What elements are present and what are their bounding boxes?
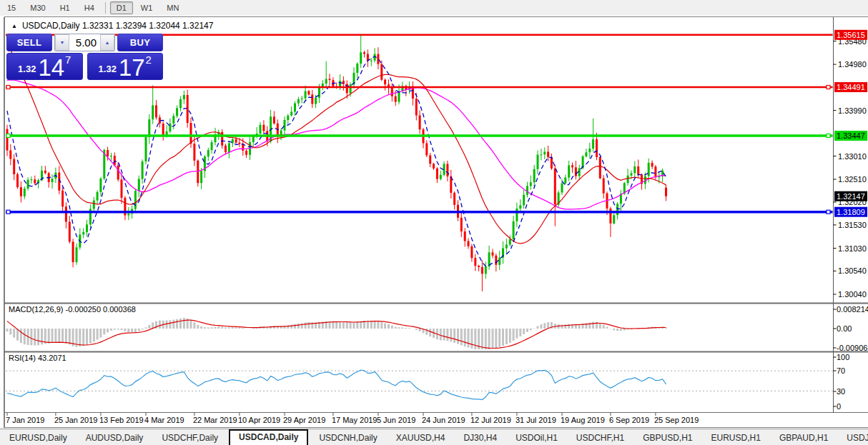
tf-button-h4[interactable]: H4 [78, 1, 101, 14]
date-axis-label: 29 Apr 2019 [283, 416, 325, 424]
chart-tab-xauusd-h4[interactable]: XAUUSD,H4 [387, 431, 455, 445]
rsi-label: RSI(14) 43.2071 [9, 354, 66, 362]
volume-stepper: ▼ 5.00 ▲ [54, 34, 115, 51]
sell-price-box[interactable]: 1.32 14 7 [6, 53, 83, 80]
date-axis-label: 25 Sep 2019 [654, 416, 699, 424]
tf-button-15[interactable]: 15 [1, 1, 22, 14]
date-axis-label: 31 Jul 2019 [516, 416, 556, 424]
buy-price-prefix: 1.32 [99, 64, 117, 74]
axis-label: 1.33990 [838, 106, 867, 115]
sell-price-prefix: 1.32 [18, 64, 36, 74]
chart-tab-eurusd-daily[interactable]: EURUSD,Daily [0, 431, 77, 445]
hline-anchor[interactable] [827, 86, 830, 89]
chart-tab-usdoil-h1[interactable]: USDOil,H1 [506, 431, 567, 445]
price-badge-label: 1.34491 [837, 83, 865, 91]
axis-label: 1.30540 [838, 266, 867, 275]
buy-price-box[interactable]: 1.32 17 2 [87, 53, 164, 80]
axis-label: -0.009066 [837, 344, 868, 352]
axis-label: 1.34980 [838, 60, 867, 69]
axis-label: 1.33010 [838, 152, 867, 161]
date-axis-label: 13 Feb 2019 [99, 416, 144, 424]
tf-button-w1[interactable]: W1 [134, 1, 159, 14]
axis-label: 1.32510 [838, 175, 867, 184]
date-axis-label: 17 May 2019 [332, 416, 378, 424]
date-axis-label: 6 Sep 2019 [609, 416, 649, 424]
sell-price-sup: 7 [65, 54, 71, 66]
volume-decrease-button[interactable]: ▼ [55, 34, 69, 51]
tf-button-m30[interactable]: M30 [24, 1, 51, 14]
toolbar-separator [105, 2, 106, 14]
chart-tab-usdcnh-daily[interactable]: USDCNH,Daily [310, 431, 386, 445]
chart-tab-usdjp[interactable]: USDJP [837, 431, 868, 445]
date-axis-label: 22 Mar 2019 [193, 416, 237, 424]
volume-increase-button[interactable]: ▲ [100, 34, 114, 51]
collapse-arrow-icon[interactable]: ▲ [11, 23, 17, 29]
price-badge-label: 1.31809 [837, 208, 865, 216]
volume-value[interactable]: 5.00 [69, 34, 100, 51]
date-axis-label: 10 Apr 2019 [238, 416, 280, 424]
axis-label: 0.00 [837, 324, 852, 333]
chart-tab-dj30-h4[interactable]: DJ30,H4 [454, 431, 506, 445]
chart-tab-gbpaud-h1[interactable]: GBPAUD,H1 [770, 431, 837, 445]
one-click-trade-panel: SELL ▼ 5.00 ▲ BUY 1.32 14 7 1.32 17 2 [6, 34, 163, 80]
chart-tab-bar: EURUSD,DailyAUDUSD,DailyUSDCHF,DailyUSDC… [0, 429, 868, 445]
date-axis-label: 24 Jun 2019 [422, 416, 465, 424]
chart-tab-eurusd-h1[interactable]: EURUSD,H1 [702, 431, 770, 445]
tf-button-h1[interactable]: H1 [54, 1, 77, 14]
date-axis-label: 19 Aug 2019 [561, 416, 605, 424]
hline-anchor[interactable] [6, 210, 10, 214]
chart-tab-gbpusd-h1[interactable]: GBPUSD,H1 [633, 431, 701, 445]
chart-title-text: USDCAD,Daily 1.32331 1.32394 1.32044 1.3… [22, 21, 214, 31]
hline-anchor[interactable] [6, 86, 10, 89]
date-axis-label: 4 Mar 2019 [144, 416, 184, 424]
chart-title: ▲ USDCAD,Daily 1.32331 1.32394 1.32044 1… [11, 21, 213, 31]
axis-label: 0.008214 [837, 305, 868, 314]
hline-anchor[interactable] [827, 134, 830, 138]
hline-anchor[interactable] [827, 210, 830, 214]
chart-window: 1.354801.349801.339901.330101.325101.320… [0, 16, 868, 429]
chart-tab-audusd-daily[interactable]: AUDUSD,Daily [77, 431, 153, 445]
price-badge-label: 1.33447 [837, 131, 865, 140]
price-badge-label: 1.35615 [837, 31, 865, 39]
tf-button-mn[interactable]: MN [160, 1, 185, 14]
sell-price-big: 14 [38, 58, 64, 78]
axis-label: 1.31530 [838, 221, 867, 229]
price-badge-label: 1.32147 [837, 192, 865, 201]
tf-button-d1[interactable]: D1 [110, 1, 133, 14]
date-axis-label: 7 Jan 2019 [6, 416, 44, 424]
date-axis-label: 12 Jul 2019 [470, 416, 511, 424]
buy-price-sup: 2 [146, 54, 152, 66]
axis-label: 30 [837, 387, 845, 396]
sell-button[interactable]: SELL [6, 34, 52, 51]
timeframe-toolbar: 15M30H1H4D1W1MN [0, 0, 868, 16]
buy-price-big: 17 [119, 58, 145, 78]
axis-label: 0 [837, 402, 841, 411]
chart-tab-usdchf-h1[interactable]: USDCHF,H1 [567, 431, 633, 445]
axis-label: 70 [837, 366, 845, 375]
date-axis-label: 25 Jan 2019 [54, 416, 98, 424]
axis-label: 100 [837, 353, 849, 361]
axis-label: 1.30040 [838, 290, 867, 299]
axis-label: 1.31030 [838, 244, 867, 253]
buy-button[interactable]: BUY [117, 34, 163, 51]
chart-tab-usdchf-daily[interactable]: USDCHF,Daily [152, 431, 227, 445]
macd-label: MACD(12,26,9) -0.000250 0.000368 [9, 305, 136, 314]
date-axis-label: 5 Jun 2019 [377, 416, 415, 424]
chart-tab-usdcad-daily[interactable]: USDCAD,Daily [229, 429, 308, 445]
hline-anchor[interactable] [6, 134, 10, 138]
